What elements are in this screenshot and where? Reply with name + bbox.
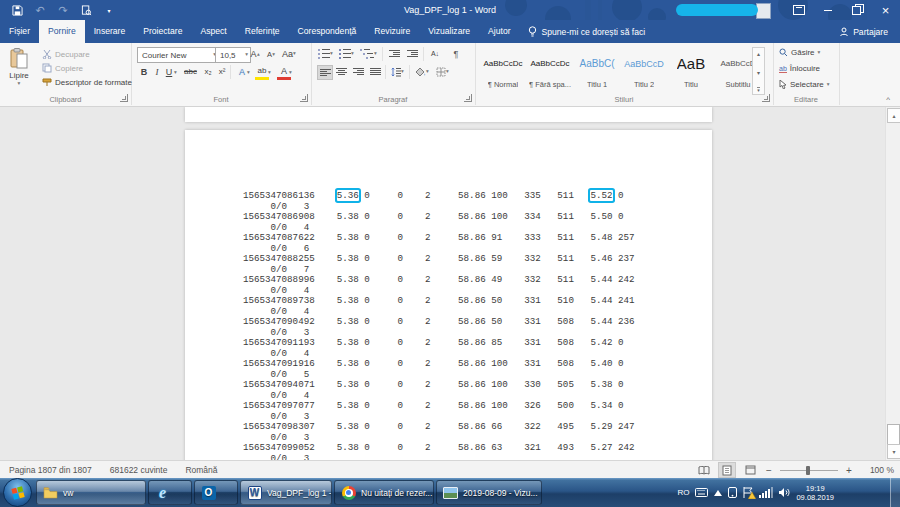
tab-aspect[interactable]: Aspect: [191, 20, 235, 43]
change-case-button[interactable]: Aa▾: [281, 47, 297, 60]
keyboard-icon[interactable]: [695, 488, 708, 497]
styles-scroll-up-icon[interactable]: ▴: [757, 50, 760, 57]
print-layout-button[interactable]: [718, 462, 736, 478]
scroll-down-button[interactable]: ▾: [887, 444, 900, 459]
document-text[interactable]: 1565347086136 5.36 0 0 2 58.86 100 335 5…: [243, 191, 635, 460]
show-desktop-button[interactable]: [890, 478, 900, 507]
zoom-slider[interactable]: [780, 470, 838, 471]
font-name-combo[interactable]: Courier New▾: [137, 47, 219, 63]
borders-button[interactable]: ▾: [435, 65, 450, 78]
sort-button[interactable]: A↓: [428, 47, 442, 60]
font-color-dropdown-icon[interactable]: ▾: [289, 70, 292, 76]
language-indicator[interactable]: Română: [176, 465, 226, 475]
tab-pornire[interactable]: Pornire: [39, 20, 85, 43]
document-page[interactable]: 1565347086136 5.36 0 0 2 58.86 100 335 5…: [185, 130, 712, 460]
highlight-dropdown-icon[interactable]: ▾: [268, 70, 271, 76]
zoom-out-button[interactable]: −: [764, 465, 774, 476]
cut-button[interactable]: Decupare: [42, 49, 90, 59]
taskbar-button-chrome[interactable]: Nu uitați de rezer...: [334, 480, 434, 505]
highlight-color-button[interactable]: ab: [255, 64, 269, 80]
clipboard-dialog-launcher[interactable]: [120, 94, 128, 102]
increase-indent-button[interactable]: [405, 47, 419, 60]
vertical-scrollbar[interactable]: ▴ ▾: [885, 107, 900, 460]
tab-fisier[interactable]: Fișier: [0, 20, 39, 43]
taskbar-button-explorer[interactable]: vw: [36, 480, 146, 505]
zoom-in-button[interactable]: +: [844, 465, 854, 476]
collapse-ribbon-button[interactable]: ^: [886, 95, 890, 104]
show-hidden-icons-button[interactable]: [714, 490, 722, 496]
page-indicator[interactable]: Pagina 1807 din 1807: [0, 465, 101, 475]
style--normal[interactable]: AaBbCcDc¶ Normal: [480, 47, 526, 91]
show-marks-button[interactable]: ¶: [449, 47, 463, 60]
shrink-font-button[interactable]: A▾: [264, 48, 278, 61]
align-right-button[interactable]: [351, 65, 365, 78]
tab-proiectare[interactable]: Proiectare: [134, 20, 191, 43]
print-preview-icon[interactable]: [79, 3, 93, 17]
taskbar-button-outlook[interactable]: O: [194, 480, 238, 505]
font-dialog-launcher[interactable]: [300, 94, 308, 102]
zoom-level[interactable]: 100 %: [860, 465, 894, 475]
tab-inserare[interactable]: Inserare: [85, 20, 135, 43]
multilevel-list-button[interactable]: ▾: [359, 47, 378, 60]
align-center-button[interactable]: [334, 65, 348, 78]
decrease-indent-button[interactable]: [387, 47, 401, 60]
subscript-button[interactable]: x₂: [201, 65, 215, 78]
style-titlu-1[interactable]: AaBbC(Titlu 1: [574, 47, 620, 91]
minimize-button[interactable]: [813, 0, 842, 20]
redo-icon[interactable]: ↷: [56, 3, 70, 17]
undo-icon[interactable]: ↶: [33, 3, 47, 17]
tell-me-box[interactable]: Spune-mi ce dorești să faci: [520, 20, 654, 43]
paste-dropdown-icon[interactable]: ▾: [18, 81, 21, 87]
tab-ajutor[interactable]: Ajutor: [479, 20, 519, 43]
style-titlu[interactable]: AaBTitlu: [668, 47, 714, 91]
style--f-r-spa-[interactable]: AaBbCcDc¶ Fără spa...: [527, 47, 573, 91]
taskbar-button-word[interactable]: WVag_DPF_log 1 - ...: [240, 480, 332, 505]
styles-dialog-launcher[interactable]: [762, 94, 770, 102]
close-button[interactable]: ×: [871, 0, 900, 20]
font-size-combo[interactable]: 10,5▾: [215, 47, 251, 63]
ribbon-display-options-button[interactable]: [784, 0, 813, 20]
tab-vizualizare[interactable]: Vizualizare: [419, 20, 479, 43]
style-titlu-2[interactable]: AaBbCcDTitlu 2: [621, 47, 667, 91]
find-button[interactable]: Găsire▾: [779, 48, 820, 57]
language-tray-indicator[interactable]: RO: [677, 488, 689, 497]
web-layout-button[interactable]: [742, 463, 758, 477]
bold-button[interactable]: B: [137, 65, 151, 78]
align-left-button[interactable]: [317, 65, 333, 80]
superscript-button[interactable]: x²: [215, 65, 229, 78]
zoom-slider-thumb[interactable]: [806, 466, 810, 475]
clock[interactable]: 19:19 09.08.2019: [796, 484, 834, 502]
device-icon[interactable]: [728, 487, 737, 498]
taskbar-button-ie[interactable]: e: [148, 480, 192, 505]
volume-icon[interactable]: [779, 487, 790, 498]
word-count[interactable]: 681622 cuvinte: [101, 465, 177, 475]
grow-font-button[interactable]: A▾: [248, 47, 262, 60]
tab-revizuire[interactable]: Revizuire: [365, 20, 419, 43]
shading-button[interactable]: ▾: [414, 65, 430, 78]
qat-customize-icon[interactable]: ▾: [102, 3, 116, 17]
select-button[interactable]: Selectare▾: [779, 80, 830, 89]
format-painter-button[interactable]: Descriptor de formate: [42, 77, 132, 87]
underline-dropdown-icon[interactable]: ▾: [174, 70, 177, 76]
line-spacing-button[interactable]: ▾: [390, 65, 405, 78]
read-mode-button[interactable]: [696, 463, 712, 477]
taskbar-button-photo[interactable]: 2019-08-09 - Vizu...: [436, 480, 542, 505]
styles-more-icon[interactable]: ▾: [757, 87, 760, 92]
start-button[interactable]: [3, 478, 32, 507]
styles-scroll[interactable]: ▴ ▾ ▾: [752, 47, 765, 95]
paragraph-dialog-launcher[interactable]: [464, 94, 472, 102]
copy-button[interactable]: Copiere: [42, 63, 83, 73]
scroll-up-button[interactable]: ▴: [887, 108, 900, 123]
styles-scroll-down-icon[interactable]: ▾: [757, 69, 760, 76]
replace-button[interactable]: ab Înlocuire: [779, 64, 820, 73]
share-button[interactable]: Partajare: [827, 20, 900, 43]
tab-referinte[interactable]: Referințe: [236, 20, 289, 43]
bullets-button[interactable]: ▾: [317, 47, 334, 60]
action-center-flag-icon[interactable]: [743, 487, 753, 498]
paste-button[interactable]: Lipire ▾: [4, 45, 34, 90]
justify-button[interactable]: [368, 65, 382, 78]
network-signal-icon[interactable]: [759, 488, 773, 498]
tab-corespondenta[interactable]: Corespondență: [289, 20, 366, 43]
restore-button[interactable]: [842, 0, 871, 20]
numbering-button[interactable]: ▾: [338, 47, 355, 60]
